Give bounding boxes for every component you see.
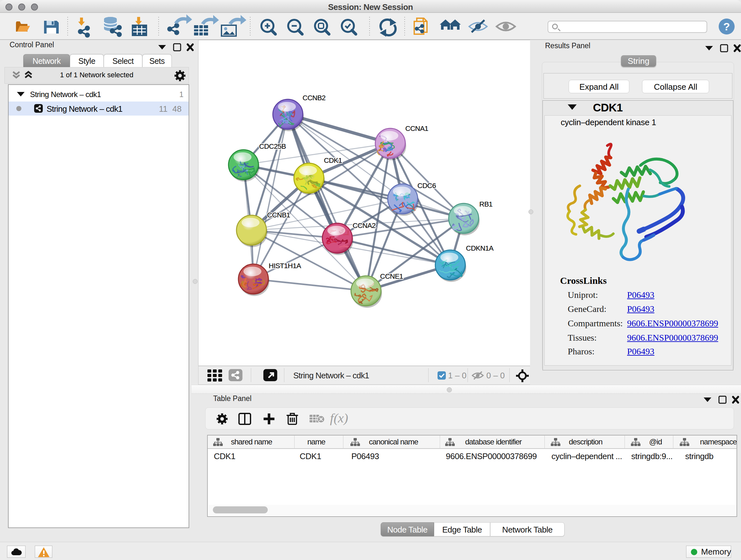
svg-text:CDC25B: CDC25B <box>259 142 286 150</box>
svg-text:CCNA2: CCNA2 <box>353 222 376 230</box>
svg-text:RB1: RB1 <box>479 200 493 208</box>
svg-text:CCNE1: CCNE1 <box>380 272 403 280</box>
svg-text:CDK1: CDK1 <box>324 157 342 165</box>
svg-text:CCNB1: CCNB1 <box>267 211 290 219</box>
svg-text:CDC6: CDC6 <box>417 182 436 190</box>
svg-text:CCNB2: CCNB2 <box>302 94 326 102</box>
svg-text:CDKN1A: CDKN1A <box>466 244 494 252</box>
svg-text:CCNA1: CCNA1 <box>405 125 428 132</box>
svg-text:HIST1H1A: HIST1H1A <box>269 262 301 270</box>
